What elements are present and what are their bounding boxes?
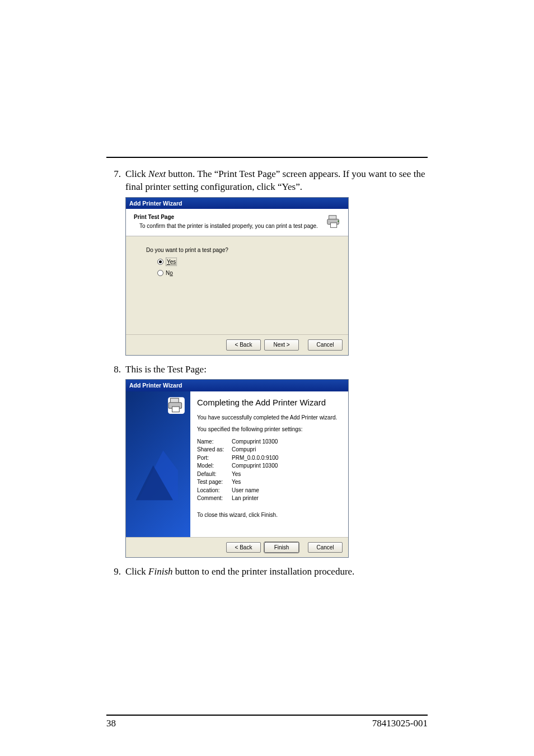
radio-yes[interactable]: Yes — [157, 258, 343, 267]
finish-button[interactable]: Finish — [264, 542, 299, 553]
wizard-main: Completing the Add Printer Wizard You ha… — [190, 391, 348, 537]
close-instruction: To close this wizard, click Finish. — [197, 511, 341, 519]
settings-value: Compupri — [232, 446, 341, 454]
footer: 38 78413025-001 — [106, 718, 428, 729]
step-7-text-a: Click — [125, 169, 148, 179]
step-9-text-em: Finish — [148, 566, 172, 577]
settings-key: Shared as: — [197, 446, 232, 454]
settings-key: Test page: — [197, 478, 232, 486]
step-7-text-b: button. The “Print Test Page” screen app… — [125, 169, 425, 192]
next-button[interactable]: Next > — [264, 339, 299, 351]
footer-divider — [106, 715, 428, 716]
settings-key: Name: — [197, 438, 232, 446]
step-9: 9. Click Finish button to end the printe… — [106, 566, 428, 578]
wizard-side-banner — [126, 391, 190, 537]
settings-key: Comment: — [197, 494, 232, 502]
step-9-text-b: button to end the printer installation p… — [173, 566, 355, 577]
step-7-number: 7. — [106, 168, 125, 194]
settings-value: Lan printer — [232, 494, 341, 502]
settings-key: Default: — [197, 470, 232, 478]
back-button[interactable]: < Back — [226, 542, 261, 553]
step-8-number: 8. — [106, 363, 125, 376]
settings-value: User name — [232, 487, 341, 494]
cancel-button[interactable]: Cancel — [308, 339, 343, 351]
step-7-text: Click Next button. The “Print Test Page”… — [125, 168, 428, 194]
svg-rect-2 — [330, 223, 336, 227]
step-8-text: This is the Test Page: — [125, 363, 428, 376]
back-button[interactable]: < Back — [226, 339, 261, 351]
radio-yes-rest: es — [170, 259, 176, 265]
wizard-button-row: < Back Finish Cancel — [126, 537, 348, 558]
settings-row: Name:Compuprint 10300 — [197, 438, 341, 446]
settings-value: Compuprint 10300 — [232, 462, 341, 470]
settings-value: Compuprint 10300 — [232, 438, 341, 446]
settings-key: Location: — [197, 487, 232, 494]
wizard-header-title: Print Test Page — [134, 213, 322, 221]
wizard-button-row: < Back Next > Cancel — [126, 334, 348, 355]
step-8: 8. This is the Test Page: — [106, 363, 428, 376]
step-7: 7. Click Next button. The “Print Test Pa… — [106, 168, 428, 194]
radio-no-label: No — [166, 269, 173, 277]
radio-yes-input[interactable] — [157, 259, 163, 265]
settings-list: Name:Compuprint 10300Shared as:CompupriP… — [197, 438, 341, 502]
completion-line2: You specified the following printer sett… — [197, 426, 341, 433]
cancel-button[interactable]: Cancel — [308, 542, 343, 553]
step-9-text-a: Click — [125, 566, 148, 577]
settings-key: Model: — [197, 462, 232, 470]
window-title-bar: Add Printer Wizard — [126, 198, 348, 209]
wizard-header-subtitle: To confirm that the printer is installed… — [134, 222, 322, 230]
settings-row: Comment:Lan printer — [197, 494, 341, 502]
settings-row: Model:Compuprint 10300 — [197, 462, 341, 470]
top-divider — [106, 157, 428, 158]
wizard-body: Do you want to print a test page? Yes No — [126, 236, 348, 334]
page-number: 38 — [106, 718, 116, 729]
printer-icon — [326, 213, 343, 230]
wizard-header-text: Print Test Page To confirm that the prin… — [134, 213, 322, 230]
step-9-number: 9. — [106, 566, 125, 578]
settings-value: Yes — [232, 470, 341, 478]
radio-yes-label: Yes — [166, 258, 177, 267]
settings-row: Test page:Yes — [197, 478, 341, 486]
svg-point-3 — [338, 221, 339, 222]
settings-key: Port: — [197, 454, 232, 462]
print-test-page-wizard: Add Printer Wizard Print Test Page To co… — [125, 197, 349, 356]
wizard-body: Completing the Add Printer Wizard You ha… — [126, 391, 348, 537]
window-title-bar: Add Printer Wizard — [126, 380, 348, 391]
completion-title: Completing the Add Printer Wizard — [197, 397, 341, 408]
settings-value: PRM_0.0.0.0:9100 — [232, 454, 341, 462]
radio-no[interactable]: No — [157, 269, 343, 277]
wizard-header: Print Test Page To confirm that the prin… — [126, 209, 348, 236]
radio-no-input[interactable] — [157, 270, 163, 276]
step-9-text: Click Finish button to end the printer i… — [125, 566, 428, 578]
completion-line1: You have successfully completed the Add … — [197, 414, 341, 422]
test-page-prompt: Do you want to print a test page? — [146, 246, 343, 254]
settings-row: Default:Yes — [197, 470, 341, 478]
settings-row: Port:PRM_0.0.0.0:9100 — [197, 454, 341, 462]
doc-code: 78413025-001 — [372, 718, 428, 729]
radio-no-accel: o — [170, 270, 173, 276]
settings-row: Shared as:Compupri — [197, 446, 341, 454]
settings-row: Location:User name — [197, 487, 341, 494]
settings-value: Yes — [232, 478, 341, 486]
completion-wizard: Add Printer Wizard Completing the Add Pr… — [125, 379, 349, 558]
step-7-text-em: Next — [148, 169, 166, 179]
doc-content: 7. Click Next button. The “Print Test Pa… — [106, 168, 428, 578]
